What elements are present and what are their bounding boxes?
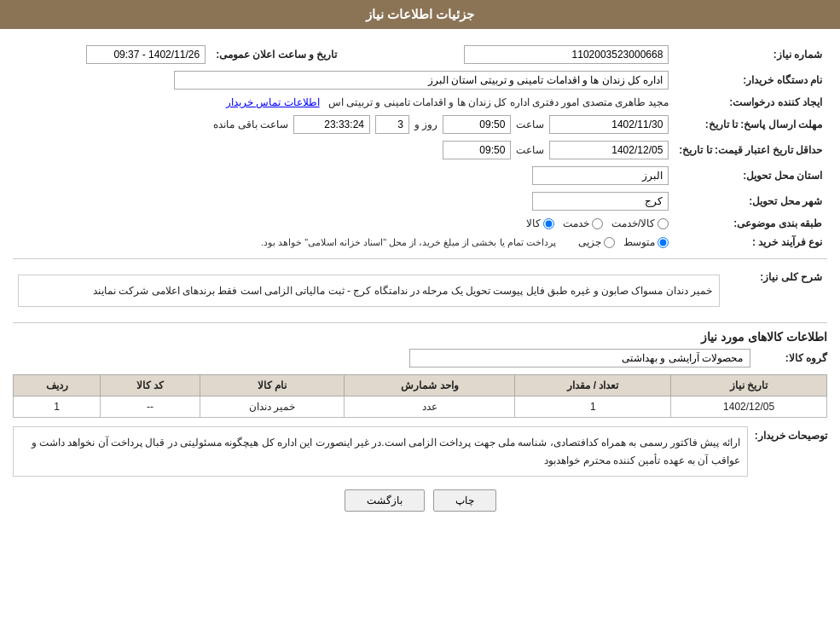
province-input[interactable]	[532, 166, 669, 185]
announce-value	[13, 42, 211, 67]
info-table: شماره نیاز: تاریخ و ساعت اعلان عمومی: نا…	[13, 42, 827, 252]
category-khadamat-label: خدمت	[563, 217, 589, 229]
price-time-input[interactable]	[443, 141, 511, 159]
city-value	[13, 188, 674, 214]
process-label: نوع فرآیند خرید :	[674, 233, 827, 252]
darkhast-value	[13, 67, 674, 93]
row-darkhast: نام دستگاه خریدار:	[13, 67, 827, 93]
col-kod-kala: کد کالا	[101, 375, 200, 396]
niyaz-label: شماره نیاز:	[674, 42, 827, 67]
process-motavaset-option[interactable]: متوسط	[623, 236, 669, 248]
category-options: کالا/خدمت خدمت کالا	[13, 214, 674, 233]
footer-buttons: چاپ بازگشت	[13, 489, 827, 512]
col-nam-kala: نام کالا	[200, 375, 345, 396]
table-row: 1402/12/051عددخمیر دندان--1	[14, 396, 827, 418]
process-radio-group: متوسط جزیی پرداخت تمام یا بخشی از مبلغ خ…	[18, 236, 669, 248]
niyaz-value	[346, 42, 675, 67]
back-button[interactable]: بازگشت	[345, 489, 425, 512]
province-label: استان محل تحویل:	[674, 163, 827, 188]
city-input[interactable]	[532, 192, 669, 211]
table-cell: عدد	[345, 396, 515, 418]
main-content: شماره نیاز: تاریخ و ساعت اعلان عمومی: نا…	[0, 38, 840, 516]
niyaz-input[interactable]	[464, 45, 669, 64]
page-header: جزئیات اطلاعات نیاز	[0, 0, 840, 29]
sharh-label: شرح کلی نیاز:	[725, 266, 827, 315]
kala-section-title: اطلاعات کالاهای مورد نیاز	[13, 330, 827, 344]
page-container: جزئیات اطلاعات نیاز شماره نیاز: تاریخ و …	[0, 0, 840, 625]
process-desc: پرداخت تمام یا بخشی از مبلغ خرید، از محل…	[261, 237, 556, 248]
category-kala-label: کالا	[526, 217, 541, 229]
darkhast-input[interactable]	[174, 71, 669, 90]
divider-2	[13, 322, 827, 323]
kala-table-header-row: تاریخ نیاز تعداد / مقدار واحد شمارش نام …	[14, 375, 827, 396]
row-process: نوع فرآیند خرید : متوسط جزیی پرداخت تمام…	[13, 233, 827, 252]
kala-group-row: گروه کالا:	[13, 349, 827, 367]
row-category: طبقه بندی موضوعی: کالا/خدمت خدمت	[13, 214, 827, 233]
col-tedad: تعداد / مقدار	[515, 375, 671, 396]
creator-label: ایجاد کننده درخواست:	[674, 93, 827, 112]
send-remaining-input[interactable]	[293, 115, 370, 134]
announce-input[interactable]	[86, 45, 206, 64]
process-jazri-radio[interactable]	[604, 237, 615, 248]
send-date-row: ساعت روز و ساعت باقی مانده	[18, 115, 669, 134]
col-radif: ردیف	[14, 375, 101, 396]
buyer-notes-row: توصیحات خریدار: ارائه پیش فاکتور رسمی به…	[13, 426, 827, 477]
row-niyaz: شماره نیاز: تاریخ و ساعت اعلان عمومی:	[13, 42, 827, 67]
buyer-notes-text: ارائه پیش فاکتور رسمی به همراه کدافتصادی…	[32, 437, 740, 466]
send-date-input[interactable]	[549, 115, 669, 134]
buyer-notes-label: توصیحات خریدار:	[755, 426, 827, 442]
row-creator: ایجاد کننده درخواست: مجید طاهری متصدی ام…	[13, 93, 827, 112]
send-date-label: مهلت ارسال پاسخ: تا تاریخ:	[674, 112, 827, 137]
darkhast-label: نام دستگاه خریدار:	[674, 67, 827, 93]
row-city: شهر محل تحویل:	[13, 188, 827, 214]
price-date-label: حداقل تاریخ اعتبار قیمت: تا تاریخ:	[674, 137, 827, 163]
col-vahed: واحد شمارش	[345, 375, 515, 396]
category-kala-khadamat-option[interactable]: کالا/خدمت	[611, 217, 669, 229]
sharh-text: خمیر دندان مسواک صابون و غیره طبق فایل پ…	[93, 285, 712, 297]
table-cell: 1402/12/05	[671, 396, 827, 418]
category-kala-radio[interactable]	[543, 218, 554, 229]
send-time-input[interactable]	[443, 115, 511, 134]
send-date-fields: ساعت روز و ساعت باقی مانده	[13, 112, 674, 137]
category-kala-option[interactable]: کالا	[526, 217, 554, 229]
print-button[interactable]: چاپ	[433, 489, 496, 512]
divider-1	[13, 258, 827, 259]
category-kala-khadamat-radio[interactable]	[658, 218, 669, 229]
price-date-input[interactable]	[549, 141, 669, 159]
category-radio-group: کالا/خدمت خدمت کالا	[18, 217, 669, 229]
sharh-table: شرح کلی نیاز: خمیر دندان مسواک صابون و غ…	[13, 266, 827, 315]
sharh-box: خمیر دندان مسواک صابون و غیره طبق فایل پ…	[18, 275, 720, 307]
table-cell: --	[101, 396, 200, 418]
send-days-label: روز و	[414, 119, 437, 130]
sharh-row: شرح کلی نیاز: خمیر دندان مسواک صابون و غ…	[13, 266, 827, 315]
category-khadamat-option[interactable]: خدمت	[563, 217, 603, 229]
kala-group-label: گروه کالا:	[750, 352, 827, 364]
process-motavaset-label: متوسط	[623, 236, 655, 248]
send-time-label: ساعت	[516, 119, 544, 130]
province-value	[13, 163, 674, 188]
creator-value: مجید طاهری متصدی امور دفتری اداره کل زند…	[13, 93, 674, 112]
price-date-row: ساعت	[18, 141, 669, 159]
category-label: طبقه بندی موضوعی:	[674, 214, 827, 233]
table-cell: 1	[14, 396, 101, 418]
process-jazri-option[interactable]: جزیی	[578, 236, 615, 248]
category-khadamat-radio[interactable]	[592, 218, 603, 229]
announce-label: تاریخ و ساعت اعلان عمومی:	[211, 42, 345, 67]
kala-table-head: تاریخ نیاز تعداد / مقدار واحد شمارش نام …	[14, 375, 827, 396]
kala-table-body: 1402/12/051عددخمیر دندان--1	[14, 396, 827, 418]
table-cell: 1	[515, 396, 671, 418]
process-motavaset-radio[interactable]	[658, 237, 669, 248]
table-cell: خمیر دندان	[200, 396, 345, 418]
row-province: استان محل تحویل:	[13, 163, 827, 188]
creator-link[interactable]: اطلاعات تماس خریدار	[226, 96, 320, 108]
price-date-fields: ساعت	[13, 137, 674, 163]
send-days-input[interactable]	[375, 115, 409, 134]
col-tarikh: تاریخ نیاز	[671, 375, 827, 396]
sharh-value: خمیر دندان مسواک صابون و غیره طبق فایل پ…	[13, 266, 725, 315]
page-title: جزئیات اطلاعات نیاز	[366, 7, 474, 21]
row-price-date: حداقل تاریخ اعتبار قیمت: تا تاریخ: ساعت	[13, 137, 827, 163]
buyer-notes-box: ارائه پیش فاکتور رسمی به همراه کدافتصادی…	[13, 426, 748, 477]
process-jazri-label: جزیی	[578, 236, 601, 248]
kala-group-input[interactable]	[409, 349, 750, 367]
creator-text: مجید طاهری متصدی امور دفتری اداره کل زند…	[328, 96, 669, 108]
